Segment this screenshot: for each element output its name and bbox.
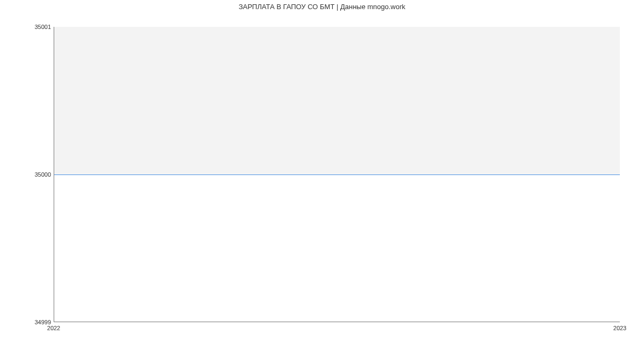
chart-title: ЗАРПЛАТА В ГАПОУ СО БМТ | Данные mnogo.w…	[0, 3, 644, 11]
x-tick-right: 2023	[613, 325, 626, 331]
y-tick-mid: 35000	[34, 171, 51, 178]
plot-area	[54, 27, 620, 322]
y-tick-top: 35001	[34, 24, 51, 30]
series-line	[54, 174, 620, 175]
chart-container: ЗАРПЛАТА В ГАПОУ СО БМТ | Данные mnogo.w…	[0, 0, 644, 349]
x-tick-left: 2022	[47, 325, 60, 331]
area-fill	[54, 27, 620, 174]
